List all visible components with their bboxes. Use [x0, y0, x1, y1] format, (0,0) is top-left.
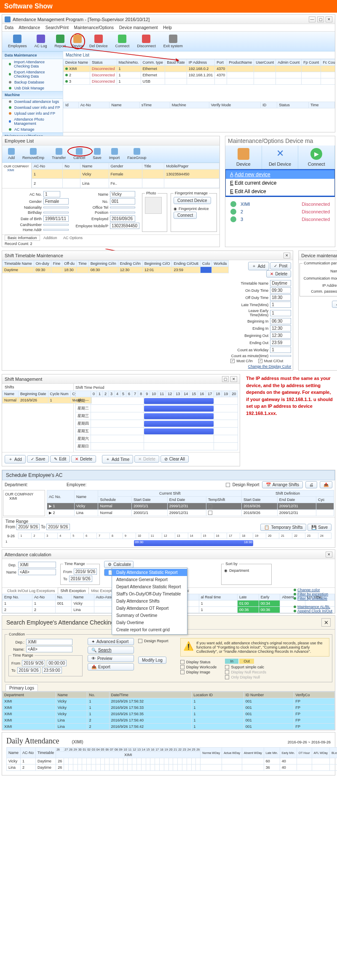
stt-leave[interactable]: 1: [270, 310, 291, 316]
stt-late[interactable]: 1: [270, 302, 291, 308]
gender-select[interactable]: Female: [43, 198, 69, 205]
stt-count_min[interactable]: [270, 355, 291, 357]
report-menu-item[interactable]: Depart Attendance Statistic Report: [112, 583, 187, 590]
report-menu-item[interactable]: Staff's On-Duty/Off-Duty Timetable: [112, 590, 187, 598]
addr-input[interactable]: [43, 229, 69, 231]
stt-grid[interactable]: Timetable NameOn-dutyFineOff-duTimeBegin…: [2, 260, 229, 273]
sm-addtime[interactable]: ＋ Add Time: [102, 455, 133, 463]
menu-data[interactable]: Data: [5, 25, 13, 30]
report-menu-item[interactable]: Daily Attendance Statistic Report: [112, 569, 187, 576]
report-menu-item[interactable]: Daily Attendance OT Report: [112, 605, 187, 612]
stt-end_in[interactable]: 12:30: [270, 325, 291, 331]
se-print-btn[interactable]: 🖨: [305, 481, 317, 488]
disconnect-btn[interactable]: Disconnect: [134, 34, 159, 49]
side-item[interactable]: Download user info and FP: [2, 105, 63, 110]
sr-row[interactable]: XIMILina22016/9/26 17:56:421001FP: [3, 724, 335, 730]
connect-big-btn[interactable]: ▶Connect: [298, 145, 335, 169]
tab-acopt[interactable]: AC Options: [61, 235, 85, 240]
se-design-chk[interactable]: [226, 483, 230, 487]
se-from-input[interactable]: 2016/ 9/26: [16, 524, 40, 530]
exit-btn[interactable]: Exit system: [160, 34, 186, 49]
machine-row[interactable]: 2Disconnected1Ethernet192.168.1.2014370: [64, 72, 335, 78]
dev-zoom-row[interactable]: XIMIDisconnected: [227, 200, 333, 208]
ac-sort-dep[interactable]: Department: [229, 568, 249, 573]
sr-close[interactable]: ✕: [321, 618, 331, 627]
tab-addition[interactable]: Addition: [41, 235, 60, 240]
menu-device[interactable]: Device management: [119, 25, 158, 30]
ac-side-link[interactable]: Append Clock In/Out: [294, 609, 332, 613]
se-temp-btn[interactable]: 📋 Temporary Shifts: [260, 524, 306, 531]
sr-adv-btn[interactable]: ✦ Advanced Export: [88, 638, 134, 645]
stt-begin_in[interactable]: 06:30: [270, 318, 291, 324]
se-to-input[interactable]: 2016/ 9/26: [46, 524, 70, 530]
side-item[interactable]: Download attendance logs: [2, 99, 63, 105]
dm-ok-btn[interactable]: ✓ OK: [332, 301, 337, 308]
report-menu-item[interactable]: Summary of Overtime: [112, 612, 187, 619]
report-menu-item[interactable]: Attendance General Report: [112, 576, 187, 583]
stt-close[interactable]: ✕: [284, 253, 290, 258]
sr-disp-work[interactable]: [180, 665, 185, 669]
side-item[interactable]: Backup Database: [2, 79, 63, 85]
side-item[interactable]: Attendance Photo Management: [2, 116, 63, 127]
sr-simple-chk[interactable]: [225, 665, 229, 669]
sr-disp-status[interactable]: [180, 660, 185, 664]
ac-side-link[interactable]: Filter by timetable: [294, 596, 332, 600]
side-group[interactable]: Data Maintenance: [2, 51, 63, 59]
tab-basic[interactable]: Basic Information: [5, 235, 40, 241]
side-item[interactable]: Usb Disk Manage: [2, 85, 63, 91]
card-input[interactable]: [43, 224, 69, 226]
ac-side-link[interactable]: Change color: [294, 588, 332, 592]
stt-add[interactable]: ＋ Add: [248, 262, 269, 270]
deldevice-big-btn[interactable]: ✕Del Device: [262, 145, 299, 169]
report-btn[interactable]: Report: [51, 34, 70, 49]
sr-export-btn[interactable]: 📤 Export: [88, 663, 134, 670]
sr-tt[interactable]: 23:59:00: [42, 667, 62, 673]
stt-post[interactable]: ✓ Post: [270, 262, 291, 269]
emp-row[interactable]: 2LinaFe..: [32, 179, 219, 188]
se-save-btn[interactable]: 💾 Save: [308, 524, 332, 531]
sr-grid[interactable]: DepartmentNameNo.Date/TimeLocation IDID …: [2, 692, 335, 730]
sr-row[interactable]: XIMIVicky12016/9/26 17:56:351001FP: [3, 711, 335, 717]
ac-dep-sel[interactable]: XIMI: [18, 562, 56, 568]
stt-color-link[interactable]: Change the Display Color: [248, 364, 292, 369]
stt-tt_name[interactable]: Daytime: [270, 280, 291, 286]
ac-side-link[interactable]: Filter by exception: [294, 592, 332, 596]
sr-primary-tab[interactable]: Primary Logs: [5, 684, 38, 691]
sr-row[interactable]: XIMIVicky12016/9/26 17:56:321001FP: [3, 698, 335, 705]
stt-cout-chk[interactable]: [258, 359, 262, 363]
ac-from[interactable]: 2016/ 9/26: [74, 568, 97, 575]
emp-tbtn[interactable]: Import: [106, 147, 123, 161]
sr-to[interactable]: 2016/ 9/26: [17, 667, 40, 673]
connect-device-btn[interactable]: Connect Device: [174, 197, 211, 204]
side-group[interactable]: Machine: [2, 91, 63, 99]
stt-cin-chk[interactable]: [230, 359, 235, 363]
sm-save[interactable]: ✓ Save: [27, 455, 49, 463]
side-item[interactable]: Import Attendance Checking Data: [2, 59, 63, 69]
bday-input[interactable]: [43, 212, 69, 213]
sr-ft[interactable]: 00:00:00: [47, 660, 67, 666]
emp-grid[interactable]: AC-NoNoNameGenderTitleMobile/Pager 1Vick…: [32, 163, 219, 188]
dd-editall[interactable]: EEdit All device: [226, 187, 334, 196]
sm-edit[interactable]: ✎ Edit: [50, 455, 70, 463]
menu-search[interactable]: Search/Print: [45, 25, 69, 30]
se-company[interactable]: OUR COMPANY: [5, 492, 43, 496]
stt-offduty[interactable]: 18:30: [270, 294, 291, 301]
menu-maint[interactable]: Maintenance/Options: [74, 25, 114, 30]
ac-to[interactable]: 2016/ 9/26: [69, 576, 92, 582]
aclog-btn[interactable]: AC Log: [31, 34, 51, 49]
report-menu-item[interactable]: Daily Attendance Shifts: [112, 598, 187, 605]
stt-count_wd[interactable]: 1: [270, 347, 291, 353]
deldevice-btn[interactable]: Del Device: [86, 34, 111, 49]
stt-end_out[interactable]: 23:59: [270, 339, 291, 346]
connect-btn[interactable]: Connect: [112, 34, 133, 49]
stt-begin_out[interactable]: 12:30: [270, 332, 291, 339]
device-btn[interactable]: Device: [70, 33, 86, 49]
ac-calc-btn[interactable]: ⚙ Calculate: [104, 561, 134, 568]
emp-tbtn[interactable]: Transfer: [48, 147, 69, 161]
menu-help[interactable]: Help: [163, 25, 172, 30]
empd-input[interactable]: 2016/09/26: [110, 215, 135, 222]
maximize-btn[interactable]: ▢: [317, 16, 324, 22]
dev-zoom-row[interactable]: 2Disconnected: [227, 208, 333, 215]
side-item[interactable]: Export Attendance Checking Data: [2, 69, 63, 79]
device-big-btn[interactable]: Device: [225, 145, 262, 169]
